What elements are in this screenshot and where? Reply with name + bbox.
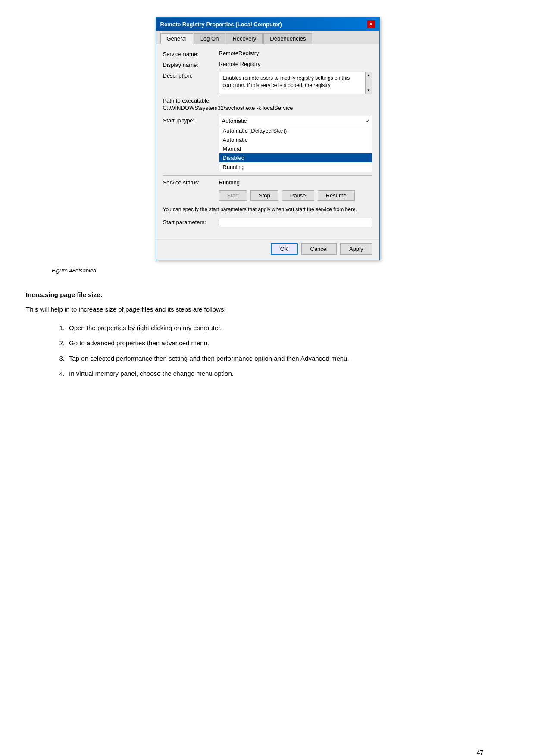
cancel-button[interactable]: Cancel bbox=[301, 243, 337, 255]
startup-row: Startup type: Automatic ✓ Automatic (Del… bbox=[163, 116, 372, 172]
info-text: You can specify the start parameters tha… bbox=[163, 206, 372, 213]
close-button[interactable]: × bbox=[367, 20, 375, 28]
tab-general[interactable]: General bbox=[160, 33, 193, 44]
properties-dialog: Remote Registry Properties (Local Comput… bbox=[156, 17, 380, 260]
dialog-body: Service name: RemoteRegistry Display nam… bbox=[156, 44, 379, 239]
dialog-tabs: General Log On Recovery Dependencies bbox=[156, 31, 379, 44]
service-name-row: Service name: RemoteRegistry bbox=[163, 50, 372, 57]
startup-option-manual[interactable]: Manual bbox=[219, 144, 372, 153]
list-item: 2. Go to advanced properties then advanc… bbox=[52, 337, 509, 349]
dialog-footer: OK Cancel Apply bbox=[156, 239, 379, 260]
tab-logon[interactable]: Log On bbox=[194, 33, 225, 44]
step-num-1: 1. bbox=[52, 322, 65, 334]
list-item: 3. Tap on selected performance then sett… bbox=[52, 353, 509, 364]
step-num-2: 2. bbox=[52, 337, 65, 349]
startup-option-automatic[interactable]: Automatic bbox=[219, 135, 372, 144]
service-status-label: Service status: bbox=[163, 179, 219, 186]
startup-dropdown-container: Automatic ✓ Automatic (Delayed Start) Au… bbox=[219, 116, 372, 172]
dialog-title: Remote Registry Properties (Local Comput… bbox=[160, 21, 282, 28]
step-num-3: 3. bbox=[52, 353, 65, 364]
description-text: Enables remote users to modify registry … bbox=[223, 75, 350, 88]
section-intro: This will help in to increase size of pa… bbox=[26, 304, 509, 315]
startup-option-delayed[interactable]: Automatic (Delayed Start) bbox=[219, 126, 372, 135]
tab-dependencies[interactable]: Dependencies bbox=[263, 33, 312, 44]
service-name-value: RemoteRegistry bbox=[219, 50, 259, 56]
service-name-label: Service name: bbox=[163, 50, 219, 57]
startup-option-running[interactable]: Running bbox=[219, 162, 372, 172]
step-num-4: 4. bbox=[52, 368, 65, 379]
display-name-value: Remote Registry bbox=[219, 61, 261, 67]
scroll-up-arrow[interactable]: ▲ bbox=[366, 72, 372, 78]
start-params-input[interactable] bbox=[219, 218, 372, 227]
start-params-label: Start parameters: bbox=[163, 219, 219, 225]
list-item: 4. In virtual memory panel, choose the c… bbox=[52, 368, 509, 379]
dialog-titlebar: Remote Registry Properties (Local Comput… bbox=[156, 18, 379, 31]
start-params-row: Start parameters: bbox=[163, 218, 372, 227]
section-heading: Increasing page file size: bbox=[26, 291, 509, 298]
startup-select-box[interactable]: Automatic ✓ bbox=[219, 116, 372, 126]
path-section: Path to executable: C:\WINDOWS\system32\… bbox=[163, 97, 372, 111]
path-label: Path to executable: bbox=[163, 97, 372, 104]
divider bbox=[163, 175, 372, 176]
ok-button[interactable]: OK bbox=[271, 243, 298, 255]
startup-label: Startup type: bbox=[163, 116, 219, 124]
description-row: Description: Enables remote users to mod… bbox=[163, 72, 372, 94]
description-box: Enables remote users to modify registry … bbox=[219, 72, 372, 94]
step-text-3: Tap on selected performance then setting… bbox=[69, 353, 349, 364]
page-number: 47 bbox=[476, 749, 483, 756]
service-control-buttons: Start Stop Pause Resume bbox=[163, 190, 372, 201]
chevron-down-icon: ✓ bbox=[366, 119, 369, 123]
tab-recovery[interactable]: Recovery bbox=[226, 33, 263, 44]
path-value: C:\WINDOWS\system32\svchost.exe -k local… bbox=[163, 105, 372, 111]
figure-caption: Figure 48disabled bbox=[52, 267, 509, 274]
list-item: 1. Open the properties by right clicking… bbox=[52, 322, 509, 334]
service-status-row: Service status: Running bbox=[163, 179, 372, 186]
startup-dropdown[interactable]: Automatic ✓ Automatic (Delayed Start) Au… bbox=[219, 116, 372, 172]
apply-button[interactable]: Apply bbox=[340, 243, 372, 255]
service-status-value: Running bbox=[219, 179, 240, 186]
scroll-down-arrow[interactable]: ▼ bbox=[366, 87, 372, 94]
display-name-label: Display name: bbox=[163, 61, 219, 68]
pause-button[interactable]: Pause bbox=[282, 190, 314, 201]
resume-button[interactable]: Resume bbox=[318, 190, 355, 201]
startup-options-list: Automatic (Delayed Start) Automatic Manu… bbox=[219, 126, 372, 172]
display-name-row: Display name: Remote Registry bbox=[163, 61, 372, 68]
steps-list: 1. Open the properties by right clicking… bbox=[52, 322, 509, 379]
step-text-1: Open the properties by right clicking on… bbox=[69, 322, 222, 334]
stop-button[interactable]: Stop bbox=[250, 190, 278, 201]
step-text-2: Go to advanced properties then advanced … bbox=[69, 337, 209, 349]
startup-option-disabled[interactable]: Disabled bbox=[219, 153, 372, 162]
startup-selected-value: Automatic bbox=[222, 118, 247, 124]
step-text-4: In virtual memory panel, choose the chan… bbox=[69, 368, 234, 379]
description-label: Description: bbox=[163, 72, 219, 79]
start-button[interactable]: Start bbox=[219, 190, 247, 201]
description-scrollbar[interactable]: ▲ ▼ bbox=[365, 72, 372, 94]
